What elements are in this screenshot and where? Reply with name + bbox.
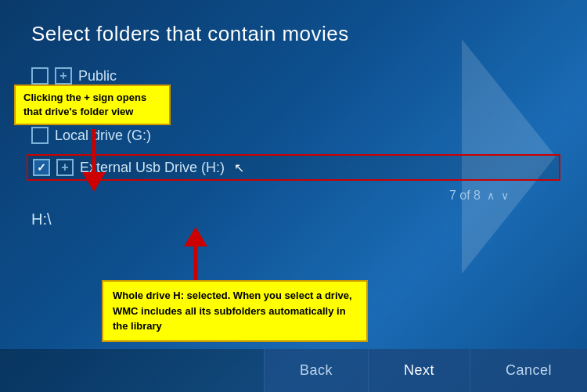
expand-btn-public[interactable]: +: [55, 67, 72, 85]
page-down-button[interactable]: ∨: [501, 189, 509, 202]
cancel-button[interactable]: Cancel: [470, 349, 587, 392]
svg-marker-2: [82, 172, 106, 192]
expand-btn-external-usb[interactable]: +: [56, 159, 74, 176]
page-title: Select folders that contain movies: [31, 22, 556, 46]
drive-path: H:\: [31, 203, 556, 232]
checkbox-public[interactable]: [31, 67, 49, 85]
back-button[interactable]: Back: [264, 349, 368, 392]
page-up-button[interactable]: ∧: [487, 189, 495, 202]
tooltip-bottom: Whole drive H: selected. When you select…: [102, 280, 368, 342]
cursor-icon: ↖: [234, 160, 244, 175]
pagination: 7 of 8 ∧ ∨: [31, 189, 556, 203]
next-button[interactable]: Next: [368, 349, 470, 392]
tooltip-top: Clicking the + sign opens that drive's f…: [14, 85, 171, 125]
page-info: 7 of 8: [449, 189, 481, 203]
folder-label-public: Public: [78, 68, 117, 85]
page-container: Select folders that contain movies + Pub…: [0, 0, 587, 392]
footer: Back Next Cancel: [0, 349, 587, 392]
arrow-down-icon: [78, 129, 110, 195]
checkbox-external-usb[interactable]: [33, 159, 50, 176]
checkbox-local-drive[interactable]: [31, 127, 49, 144]
tooltip-bottom-text: Whole drive H: selected. When you select…: [113, 290, 352, 332]
tooltip-top-text: Clicking the + sign opens that drive's f…: [23, 92, 146, 117]
list-item: Local drive (G:): [31, 123, 556, 148]
